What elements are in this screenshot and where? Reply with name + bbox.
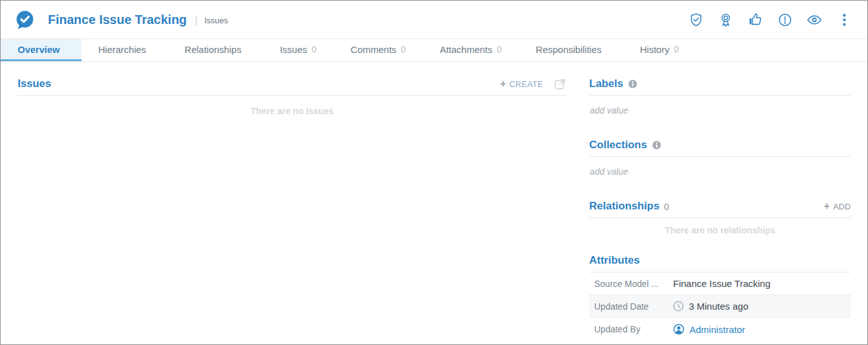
labels-section-title: Labels: [589, 78, 623, 90]
issues-panel: Issues + CREATE There a: [18, 77, 566, 341]
attribute-row-updated-by: Updated By: [589, 318, 851, 341]
attribute-value: 3 Minutes ago: [673, 301, 748, 312]
breadcrumb: Issues: [204, 15, 228, 25]
page-title: Finance Issue Tracking: [48, 13, 187, 27]
relationships-section: Relationships 0 + ADD There are no relat…: [589, 199, 851, 235]
export-icon[interactable]: [553, 78, 566, 91]
attribute-value-text: 3 Minutes ago: [689, 301, 748, 312]
info-icon[interactable]: [628, 79, 637, 88]
attribute-label: Updated Date: [594, 301, 673, 312]
tab-label: History: [640, 44, 670, 55]
attributes-section: Attributes Source Model ... Finance Issu…: [589, 254, 851, 341]
attribute-value-link[interactable]: Administrator: [689, 324, 745, 335]
relationships-count: 0: [664, 201, 669, 212]
divider: [589, 156, 851, 157]
tab-history[interactable]: History0: [623, 39, 696, 61]
breadcrumb-divider: |: [195, 15, 197, 25]
issue-asset-logo-icon: [15, 9, 35, 30]
collections-section: Collections add value: [589, 138, 851, 177]
attribute-value: Finance Issue Tracking: [673, 278, 770, 289]
collections-section-title: Collections: [589, 139, 647, 151]
tab-count: 0: [497, 44, 502, 54]
attributes-table: Source Model ... Finance Issue Tracking …: [589, 272, 851, 341]
attribute-label: Updated By: [594, 324, 673, 334]
plus-icon: +: [824, 201, 830, 212]
content-area: Issues + CREATE There a: [1, 62, 867, 341]
tab-attachments[interactable]: Attachments0: [423, 39, 519, 61]
tab-issues[interactable]: Issues0: [263, 39, 334, 61]
thumbs-up-icon[interactable]: [747, 11, 763, 28]
add-relationship-button[interactable]: + ADD: [824, 201, 851, 212]
user-icon: [673, 324, 684, 335]
issues-empty-message: There are no Issues: [18, 106, 566, 116]
tab-responsibilities[interactable]: Responsibilities: [519, 39, 623, 61]
tab-label: Comments: [351, 44, 397, 55]
tab-count: 0: [674, 44, 679, 54]
app-header: Finance Issue Tracking | Issues: [1, 1, 867, 39]
relationships-section-title: Relationships: [589, 200, 659, 213]
collections-add-value[interactable]: add value: [590, 167, 851, 177]
relationships-empty-message: There are no relationships: [589, 225, 851, 235]
plus-icon: +: [500, 78, 507, 90]
tab-label: Hierarchies: [98, 44, 146, 55]
tab-label: Responsibilities: [536, 44, 601, 55]
tab-comments[interactable]: Comments0: [334, 39, 423, 61]
issues-section-title: Issues: [18, 78, 51, 90]
info-icon[interactable]: [652, 141, 661, 149]
tab-bar: Overview Hierarchies Relationships Issue…: [1, 39, 867, 62]
eye-icon[interactable]: [806, 11, 823, 28]
attributes-section-title: Attributes: [589, 254, 640, 267]
tab-hierarchies[interactable]: Hierarchies: [81, 39, 168, 61]
divider: [589, 218, 851, 218]
attribute-row-source-model: Source Model ... Finance Issue Tracking: [589, 272, 851, 295]
attribute-row-updated-date: Updated Date 3 Minutes ago: [589, 295, 851, 318]
tab-label: Attachments: [440, 44, 492, 55]
tab-count: 0: [312, 44, 317, 54]
more-options-icon[interactable]: [836, 11, 852, 28]
certification-ribbon-icon[interactable]: [717, 11, 734, 28]
attribute-value: Administrator: [673, 324, 745, 335]
tab-label: Overview: [18, 44, 60, 55]
header-actions: [688, 11, 852, 28]
tab-count: 0: [401, 44, 406, 54]
sidebar: Labels add value Collections: [589, 77, 851, 341]
clock-icon: [673, 301, 684, 312]
tab-relationships[interactable]: Relationships: [168, 39, 263, 61]
divider: [18, 95, 566, 96]
tab-overview[interactable]: Overview: [1, 39, 81, 61]
create-button-label: CREATE: [509, 79, 543, 89]
add-button-label: ADD: [833, 202, 851, 211]
labels-add-value[interactable]: add value: [590, 105, 851, 115]
attribute-label: Source Model ...: [594, 279, 673, 289]
divider: [589, 95, 851, 96]
attribute-value-text: Finance Issue Tracking: [673, 278, 770, 289]
create-issue-button[interactable]: + CREATE: [500, 78, 543, 90]
alert-circle-icon[interactable]: [777, 11, 793, 28]
tab-label: Relationships: [185, 44, 242, 55]
tab-label: Issues: [280, 44, 307, 55]
shield-check-icon[interactable]: [688, 11, 704, 28]
labels-section: Labels add value: [589, 77, 851, 115]
app-window: Finance Issue Tracking | Issues: [0, 0, 868, 345]
